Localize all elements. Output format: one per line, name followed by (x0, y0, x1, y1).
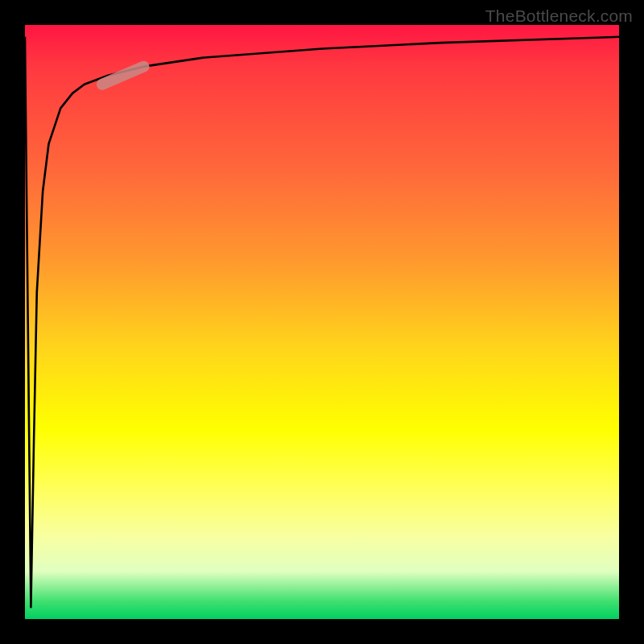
watermark-text: TheBottleneck.com (485, 6, 633, 26)
plot-background-gradient (25, 25, 619, 619)
bottleneck-chart: TheBottleneck.com (0, 0, 644, 644)
